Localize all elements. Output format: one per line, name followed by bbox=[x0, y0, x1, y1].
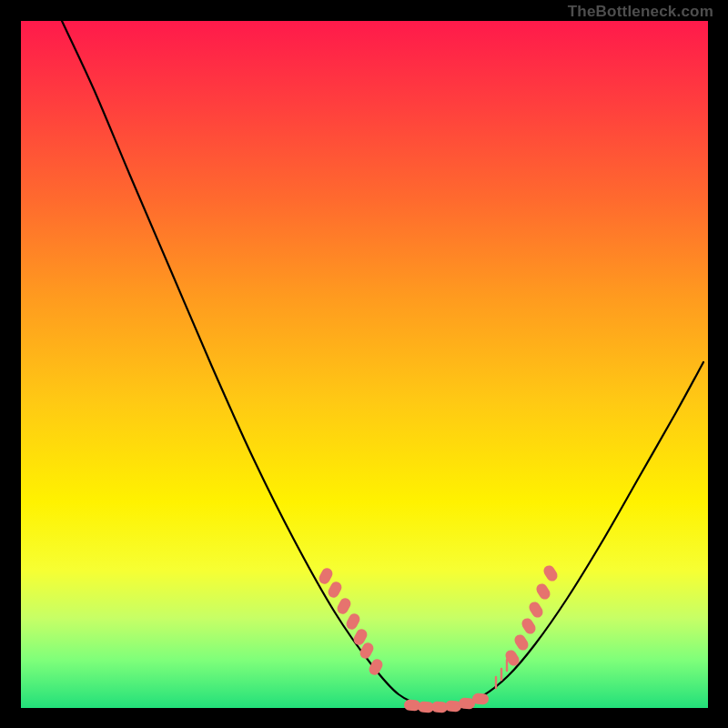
svg-rect-2 bbox=[335, 596, 352, 616]
svg-rect-1 bbox=[326, 580, 343, 600]
svg-rect-0 bbox=[317, 566, 334, 586]
marker-layer bbox=[317, 563, 559, 713]
bottleneck-curve bbox=[62, 21, 703, 707]
curve-svg bbox=[21, 21, 708, 708]
svg-rect-6 bbox=[367, 657, 384, 677]
branding-label: TheBottleneck.com bbox=[568, 3, 713, 21]
plot-area bbox=[21, 21, 708, 708]
svg-rect-12 bbox=[472, 693, 490, 705]
svg-rect-17 bbox=[534, 581, 552, 602]
svg-rect-15 bbox=[520, 616, 538, 636]
chart-stage: TheBottleneck.com bbox=[0, 0, 728, 728]
svg-rect-18 bbox=[541, 563, 560, 583]
svg-rect-16 bbox=[527, 600, 545, 620]
svg-rect-14 bbox=[512, 632, 531, 652]
svg-rect-3 bbox=[344, 612, 361, 632]
